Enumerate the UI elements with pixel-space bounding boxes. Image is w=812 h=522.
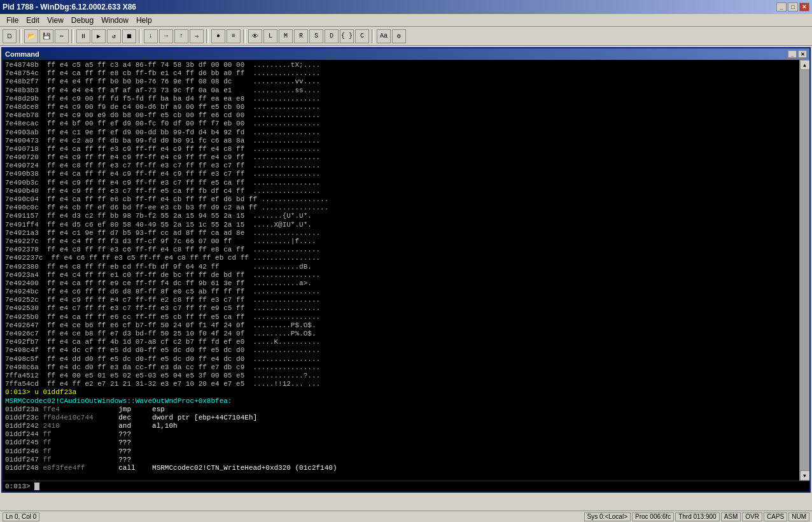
output-line: 01ddf247 ff ??? (5, 456, 797, 464)
output-line: 7e48b3b3 ff e4 e4 e4 ff af af af-73 73 9… (5, 87, 797, 95)
output-line: 7e492530 ff e4 c7 ff ff e3 c7 ff-ff e3 c… (5, 304, 797, 313)
menu-window[interactable]: Window (97, 15, 132, 26)
output-line: 7e490c0c ff e4 cb ff ef d6 bd ff-ee e3 c… (5, 204, 797, 212)
minimize-button[interactable]: _ (776, 3, 787, 11)
command-window-title: Command (5, 50, 39, 58)
tb-open[interactable]: 📂 (24, 29, 38, 43)
tb-mem[interactable]: M (279, 29, 293, 43)
output-line: 01ddf23a ffe4 jmp esp (5, 406, 797, 414)
menu-bar: File Edit View Debug Window Help (0, 14, 812, 27)
tb-disasm[interactable]: D (325, 29, 339, 43)
output-line: 7e48748b ff e4 c5 a5 ff c3 a4 86-ff 74 5… (5, 61, 797, 69)
command-content: 7e48748b ff e4 c5 a5 ff c3 a4 86-ff 74 5… (3, 60, 809, 481)
tb-step-out[interactable]: ↑ (174, 29, 188, 43)
tb-stop[interactable]: ⏹ (122, 29, 136, 43)
output-line: 7e48754c ff e4 ca ff ff e8 cb ff-fb e1 c… (5, 69, 797, 78)
command-output[interactable]: 7e48748b ff e4 c5 a5 ff c3 a4 86-ff 74 5… (3, 60, 799, 481)
tb-sep3 (139, 29, 141, 43)
output-line: 7e4924bc ff e4 c6 ff ff d6 d8 8f-ff 8f e… (5, 288, 797, 296)
output-line: 7e4923a4 ff e4 c4 ff ff e1 c0 ff-ff de b… (5, 271, 797, 279)
command-title-bar: Command _ ✕ (3, 48, 809, 60)
tb-sep4 (206, 29, 209, 43)
tb-step-in[interactable]: ↓ (144, 29, 158, 43)
status-proc: Proc 006:6fc (632, 512, 674, 521)
output-line: 7e4925b0 ff e4 ca ff ff e6 cc ff-ff e5 c… (5, 313, 797, 321)
command-minimize[interactable]: _ (788, 50, 797, 58)
output-line: 0:013> u 01ddf23a (5, 388, 797, 397)
tb-stack[interactable]: S (309, 29, 323, 43)
command-cursor (34, 483, 39, 490)
scroll-up[interactable]: ▲ (800, 60, 810, 70)
menu-debug[interactable]: Debug (67, 15, 97, 26)
tb-restart[interactable]: ↺ (107, 29, 121, 43)
command-window: Command _ ✕ 7e48748b ff e4 c5 a5 ff c3 a… (1, 47, 811, 493)
output-line: 7e48dce8 ff e4 c9 00 f9 de c4 00-d6 bf a… (5, 103, 797, 111)
scroll-track[interactable] (800, 70, 810, 470)
tb-go[interactable]: ▶ (92, 29, 106, 43)
output-line: 7e492400 ff e4 ca ff ff e9 ce ff-ff f4 d… (5, 279, 797, 288)
output-line: 01ddf244 ff ??? (5, 430, 797, 439)
output-line: 7e498c4f ff e4 dc cf ff e5 dd d0-ff e5 d… (5, 346, 797, 355)
output-line: 7e48ecac ff e4 bf 00 ff ef d9 00-fc f0 d… (5, 120, 797, 128)
status-bar: Ln 0, Col 0 Sys 0:<Local> Proc 006:6fc T… (0, 511, 812, 522)
output-line: 7e492647 ff e4 ce b6 ff e6 cf b7-ff 50 2… (5, 321, 797, 330)
maximize-button[interactable]: □ (788, 3, 798, 11)
status-ln-col: Ln 0, Col 0 (3, 512, 39, 521)
output-line: 7e4903ab ff e4 c1 9e ff ef d9 00-dd bb 9… (5, 129, 797, 137)
tb-locals[interactable]: L (263, 29, 277, 43)
menu-help[interactable]: Help (132, 15, 156, 26)
output-line: 7e491ff4 ff e4 d5 c6 ef 80 58 40-49 55 2… (5, 221, 797, 229)
command-prompt: 0:013> (5, 483, 34, 490)
tb-cmd[interactable]: C (355, 29, 369, 43)
tb-sep1 (19, 29, 22, 43)
output-line: 7e492380 ff e4 c8 ff ff eb cd ff-fb df 9… (5, 263, 797, 271)
menu-file[interactable]: File (3, 15, 22, 26)
tb-watch[interactable]: 👁 (248, 29, 262, 43)
scroll-down[interactable]: ▼ (800, 470, 810, 481)
tb-cut[interactable]: ✂ (55, 29, 69, 43)
tb-bp[interactable]: ● (211, 29, 225, 43)
window-controls: _ □ ✕ (776, 3, 809, 11)
output-line: 7e490724 ff e4 c8 ff ff e3 c7 ff-ff e3 c… (5, 162, 797, 170)
tb-break[interactable]: ⏸ (76, 29, 90, 43)
status-caps: CAPS (764, 512, 787, 521)
tb-opts[interactable]: ⚙ (392, 29, 406, 43)
output-line: 7e490c04 ff e4 ca ff ff e6 cb ff-ff e4 c… (5, 195, 797, 204)
output-line: 7ffa54cd ff e4 ff e2 e7 21 21 31-32 e3 e… (5, 380, 797, 388)
menu-view[interactable]: View (43, 15, 67, 26)
status-ovr: OVR (742, 512, 762, 521)
status-thrd: Thrd 013:900 (675, 512, 720, 521)
scrollbar[interactable]: ▲ ▼ (799, 60, 809, 481)
tb-font[interactable]: Aa (377, 29, 391, 43)
output-line: 7e48d29b ff e4 c9 00 ff fd f5-fd ff ba b… (5, 95, 797, 103)
tb-sep6 (372, 29, 374, 43)
title-text: Pid 1788 - WinDbg:6.12.0002.633 X86 (3, 3, 136, 11)
output-line: 7e490b40 ff e4 c9 ff ff e3 c7 ff-ff e5 c… (5, 187, 797, 195)
output-line: 7e490718 ff e4 ca ff ff e3 c9 ff-ff e4 c… (5, 145, 797, 153)
output-line: MSRMCcodec02!CAudioOutWindows::WaveOutWn… (5, 397, 797, 406)
menu-edit[interactable]: Edit (22, 15, 43, 26)
output-line: 01ddf242 2410 and al,10h (5, 422, 797, 430)
output-line: 7e490473 ff e4 c2 a0 ff db ba 99-fd d0 b… (5, 137, 797, 145)
close-button[interactable]: ✕ (799, 3, 809, 11)
tb-sep2 (71, 29, 74, 43)
output-line: 7e490b3c ff e4 c9 ff ff e4 c9 ff-ff e3 c… (5, 179, 797, 187)
tb-source[interactable]: { } (340, 29, 354, 43)
output-line: 01ddf23c ff8d4e10c744 dec dword ptr [ebp… (5, 414, 797, 422)
app-title: Pid 1788 - WinDbg:6.12.0002.633 X86 (3, 3, 136, 11)
tb-reg[interactable]: R (294, 29, 308, 43)
command-close[interactable]: ✕ (798, 50, 807, 58)
tb-new[interactable]: 🗋 (3, 29, 17, 43)
title-bar: Pid 1788 - WinDbg:6.12.0002.633 X86 _ □ … (0, 0, 812, 14)
output-line: 7e48eb78 ff e4 c9 00 e9 d0 b8 00-ff e5 c… (5, 111, 797, 120)
tb-sep5 (243, 29, 246, 43)
output-line: 7e492fb7 ff e4 ca af ff 4b 1d 07-a8 cf c… (5, 338, 797, 346)
status-sys: Sys 0:<Local> (584, 512, 631, 521)
output-line: 7e49252c ff e4 c9 ff ff e4 c7 ff-ff e2 c… (5, 296, 797, 304)
output-line: 01ddf248 e8f3fee4ff call MSRMCcodec02!CT… (5, 464, 797, 472)
output-line: 7e498c6a ff e4 dc d0 ff e3 da cc-ff e3 d… (5, 363, 797, 372)
tb-step-over[interactable]: → (159, 29, 173, 43)
tb-run-cursor[interactable]: ⇒ (190, 29, 204, 43)
tb-save[interactable]: 💾 (39, 29, 53, 43)
tb-bp-list[interactable]: ≡ (227, 29, 241, 43)
